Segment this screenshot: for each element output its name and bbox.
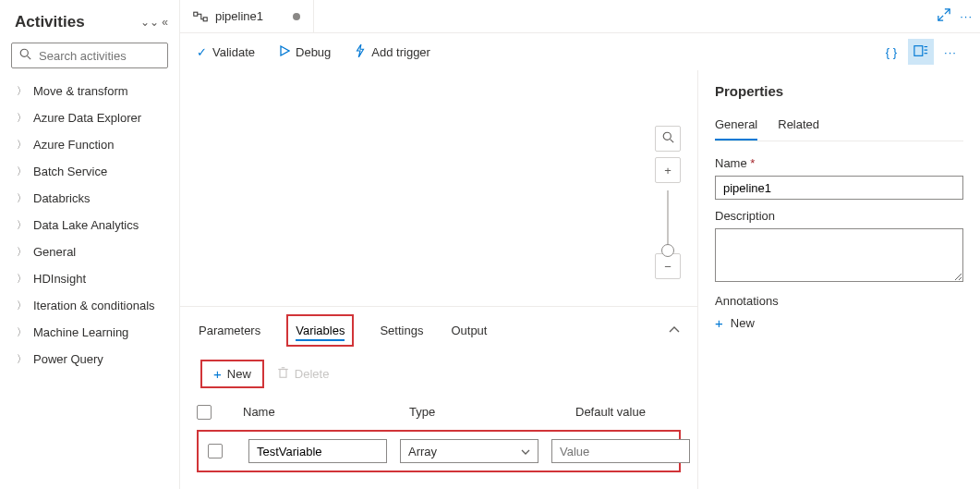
svg-rect-8 [914, 45, 923, 55]
trash-icon [277, 366, 289, 382]
properties-title: Properties [715, 83, 963, 99]
tab-variables[interactable]: Variables [286, 314, 354, 347]
variable-name-input[interactable] [248, 439, 387, 463]
delete-variable-button: Delete [277, 366, 330, 382]
validate-button[interactable]: ✓ Validate [197, 45, 255, 59]
variables-header: Name Type Default value [197, 399, 681, 424]
svg-rect-2 [194, 12, 198, 16]
category-item[interactable]: 〉Databricks [4, 185, 179, 212]
more-button[interactable]: ··· [938, 39, 963, 65]
svg-marker-7 [357, 44, 364, 57]
zoom-slider[interactable] [667, 190, 669, 246]
properties-icon [913, 44, 928, 60]
pipeline-canvas[interactable]: + − [180, 70, 697, 306]
tab-parameters[interactable]: Parameters [197, 314, 262, 347]
description-label: Description [715, 209, 963, 223]
expand-icon[interactable] [938, 8, 950, 24]
chevron-right-icon: 〉 [17, 245, 26, 259]
category-item[interactable]: 〉Iteration & conditionals [4, 292, 179, 319]
variable-row: Array [197, 430, 681, 472]
activity-category-list: 〉Move & transform 〉Azure Data Explorer 〉… [0, 78, 179, 373]
col-type: Type [409, 399, 557, 424]
category-item[interactable]: 〉General [4, 238, 179, 265]
pipeline-toolbar: ✓ Validate Debug Add trigger [180, 33, 980, 70]
chevron-right-icon: 〉 [17, 272, 26, 286]
chevron-down-icon [521, 445, 530, 458]
chevron-right-icon: 〉 [17, 138, 26, 152]
document-tab[interactable]: pipeline1 [180, 0, 314, 32]
tab-related[interactable]: Related [778, 114, 819, 141]
tab-general[interactable]: General [715, 114, 757, 141]
row-checkbox[interactable] [208, 444, 223, 458]
svg-line-5 [938, 16, 943, 20]
chevron-double-down-icon: ⌄⌄ [140, 16, 159, 29]
chevron-right-icon: 〉 [17, 111, 26, 125]
more-icon: ··· [944, 45, 957, 59]
zoom-control: + − [655, 126, 681, 279]
category-item[interactable]: 〉Azure Function [4, 131, 179, 158]
code-view-button[interactable]: { } [878, 39, 904, 65]
play-icon [279, 45, 290, 59]
minus-icon: − [664, 260, 671, 274]
search-input-wrap[interactable] [11, 43, 168, 68]
svg-line-4 [945, 9, 950, 14]
zoom-out-button[interactable]: − [655, 253, 681, 279]
chevron-right-icon: 〉 [17, 165, 26, 178]
variable-default-input[interactable] [551, 439, 690, 463]
more-icon[interactable]: ··· [960, 9, 973, 23]
lightning-icon [355, 44, 366, 60]
variable-type-select[interactable]: Array [400, 439, 538, 463]
chevron-right-icon: 〉 [17, 352, 26, 366]
config-panel: Parameters Variables Settings Output + N… [180, 306, 697, 489]
new-variable-button[interactable]: + New [200, 360, 264, 388]
collapse-panel-button[interactable] [668, 324, 681, 337]
debug-button[interactable]: Debug [279, 45, 331, 59]
category-item[interactable]: 〉Azure Data Explorer [4, 104, 179, 131]
tab-title: pipeline1 [215, 9, 263, 23]
chevron-right-icon: 〉 [17, 84, 26, 98]
svg-rect-3 [203, 17, 207, 20]
search-icon [662, 131, 674, 146]
svg-marker-6 [281, 46, 289, 55]
zoom-in-button[interactable]: + [655, 157, 681, 183]
tab-settings[interactable]: Settings [378, 314, 425, 347]
category-item[interactable]: 〉Data Lake Analytics [4, 212, 179, 238]
fit-button[interactable] [655, 126, 681, 152]
plus-icon: + [715, 315, 723, 331]
search-input[interactable] [37, 48, 196, 64]
category-item[interactable]: 〉Batch Service [4, 158, 179, 185]
properties-tabs: General Related [715, 114, 963, 141]
category-item[interactable]: 〉Power Query [4, 346, 179, 373]
svg-point-12 [663, 132, 671, 140]
svg-rect-14 [280, 370, 286, 378]
name-label: Name * [715, 156, 963, 170]
new-annotation-button[interactable]: + New [715, 315, 963, 331]
unsaved-indicator-icon [293, 13, 300, 20]
chevron-right-icon: 〉 [17, 299, 26, 312]
description-input[interactable] [715, 228, 963, 282]
chevron-right-icon: 〉 [17, 191, 26, 205]
search-icon [19, 48, 31, 63]
svg-line-13 [670, 140, 673, 143]
activities-sidebar: Activities ⌄⌄ « 〉Move & transform 〉Azure… [0, 0, 180, 489]
config-tablist: Parameters Variables Settings Output [197, 314, 489, 347]
add-trigger-button[interactable]: Add trigger [355, 44, 430, 60]
svg-line-1 [28, 56, 31, 60]
zoom-knob[interactable] [661, 244, 674, 257]
collapse-icons[interactable]: ⌄⌄ « [140, 16, 168, 29]
plus-icon: + [213, 366, 222, 382]
chevron-right-icon: 〉 [17, 325, 26, 339]
properties-toggle-button[interactable] [908, 39, 934, 65]
col-name: Name [243, 399, 391, 424]
category-item[interactable]: 〉HDInsight [4, 265, 179, 292]
chevron-double-left-icon: « [162, 16, 168, 29]
name-input[interactable] [715, 176, 963, 200]
tab-output[interactable]: Output [449, 314, 489, 347]
category-item[interactable]: 〉Machine Learning [4, 319, 179, 346]
chevron-right-icon: 〉 [17, 218, 26, 232]
check-icon: ✓ [197, 45, 207, 59]
category-item[interactable]: 〉Move & transform [4, 78, 179, 104]
activities-title: Activities [15, 13, 85, 31]
select-all-checkbox[interactable] [197, 405, 212, 420]
document-tabbar: pipeline1 ··· [180, 0, 980, 33]
